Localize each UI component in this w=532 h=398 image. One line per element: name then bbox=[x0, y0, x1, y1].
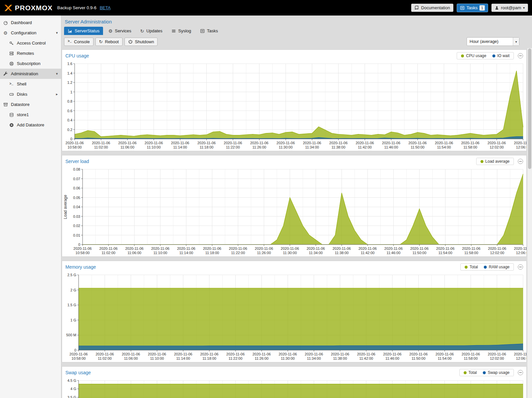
collapse-panel-icon[interactable] bbox=[518, 264, 523, 270]
beta-link[interactable]: BETA bbox=[100, 5, 111, 10]
svg-text:11:18:00: 11:18:00 bbox=[199, 145, 213, 149]
sidebar-item-subscription[interactable]: Subscription bbox=[0, 58, 61, 69]
chart-legend: TotalRAM usage bbox=[460, 263, 514, 271]
tab-tasks[interactable]: Tasks bbox=[196, 27, 222, 35]
sidebar-item-label: Add Datastore bbox=[17, 122, 58, 127]
svg-text:10:58:00: 10:58:00 bbox=[72, 356, 86, 360]
button-label: Reboot bbox=[105, 39, 119, 44]
legend-item-cpu-usage[interactable]: CPU usage bbox=[461, 53, 486, 58]
svg-text:11:42:00: 11:42:00 bbox=[361, 251, 374, 255]
svg-text:11:18:00: 11:18:00 bbox=[205, 251, 219, 255]
svg-text:11:26:00: 11:26:00 bbox=[255, 356, 268, 360]
svg-text:11:18:00: 11:18:00 bbox=[202, 356, 216, 360]
legend-item-swap-usage[interactable]: Swap usage bbox=[483, 370, 510, 375]
collapse-panel-icon[interactable] bbox=[518, 370, 523, 375]
sidebar-item-administration[interactable]: Administration▾ bbox=[0, 69, 61, 79]
svg-text:11:26:00: 11:26:00 bbox=[252, 145, 266, 149]
tab-syslog[interactable]: Syslog bbox=[168, 27, 195, 35]
shutdown-button[interactable]: Shutdown bbox=[124, 38, 158, 46]
sidebar-item-label: store1 bbox=[17, 112, 58, 117]
svg-text:2020-11-06: 2020-11-06 bbox=[250, 141, 268, 145]
sidebar-item-shell[interactable]: >_Shell bbox=[0, 79, 61, 89]
svg-text:2020-11-06: 2020-11-06 bbox=[171, 141, 189, 145]
panel-title: Memory usage bbox=[65, 264, 96, 270]
panel-memory-usage: Memory usageTotalRAM usage0500 M1 G1.5 G… bbox=[62, 261, 527, 362]
toolbar-buttons: >_Console↻RebootShutdown bbox=[64, 38, 158, 46]
button-label: Console bbox=[74, 39, 90, 44]
task-list-icon bbox=[460, 6, 465, 10]
timeframe-select[interactable]: Hour (average) ▾ bbox=[467, 37, 519, 46]
vertical-scrollbar[interactable] bbox=[527, 48, 532, 398]
user-label: root@pam bbox=[501, 5, 521, 10]
hdd-icon bbox=[9, 92, 14, 97]
panel-server-load: Server loadLoad average00.010.020.030.04… bbox=[62, 155, 527, 257]
collapse-panel-icon[interactable] bbox=[518, 159, 523, 164]
svg-text:2020-11-06: 2020-11-06 bbox=[224, 141, 242, 145]
page-title: Server Administration bbox=[65, 19, 532, 24]
legend-item-total[interactable]: Total bbox=[465, 265, 478, 269]
svg-text:1 G: 1 G bbox=[70, 318, 76, 322]
svg-text:11:26:00: 11:26:00 bbox=[257, 251, 271, 255]
svg-text:11:06:00: 11:06:00 bbox=[124, 356, 138, 360]
sidebar-item-dashboard[interactable]: Dashboard bbox=[0, 17, 61, 28]
user-menu-button[interactable]: root@pam ▾ bbox=[491, 4, 528, 12]
gears-icon: ⚙ bbox=[3, 31, 8, 35]
svg-text:2020-11-06: 2020-11-06 bbox=[305, 352, 323, 356]
tab-label: Updates bbox=[146, 28, 162, 33]
sidebar-item-configuration[interactable]: ⚙Configuration▾ bbox=[0, 28, 61, 38]
sidebar-item-label: Dashboard bbox=[11, 20, 58, 25]
book-icon bbox=[414, 5, 419, 10]
wrench-icon bbox=[3, 72, 8, 76]
tab-bar: ServerStatus⚙Services↻UpdatesSyslogTasks bbox=[61, 25, 532, 35]
tab-services[interactable]: ⚙Services bbox=[105, 27, 135, 35]
svg-text:11:30:00: 11:30:00 bbox=[279, 145, 293, 149]
sidebar-item-add-datastore[interactable]: Add Datastore bbox=[0, 120, 61, 130]
legend-item-io-wait[interactable]: IO wait bbox=[492, 53, 510, 58]
documentation-button[interactable]: Documentation bbox=[411, 4, 453, 12]
legend-label: Total bbox=[469, 370, 477, 375]
tab-label: Services bbox=[115, 28, 131, 33]
sidebar-item-remotes[interactable]: Remotes bbox=[0, 48, 61, 58]
legend-item-total[interactable]: Total bbox=[464, 370, 477, 375]
svg-text:11:14:00: 11:14:00 bbox=[176, 356, 190, 360]
panel-header: Memory usageTotalRAM usage bbox=[62, 261, 526, 273]
svg-text:2020-11-06: 2020-11-06 bbox=[514, 247, 526, 250]
svg-text:2020-11-06: 2020-11-06 bbox=[92, 141, 110, 145]
svg-text:2020-11-06: 2020-11-06 bbox=[122, 352, 140, 356]
tasks-button[interactable]: Tasks 1 bbox=[457, 4, 488, 12]
combo-trigger[interactable]: ▾ bbox=[513, 38, 519, 46]
chevron-down-icon: ▾ bbox=[515, 40, 517, 44]
svg-text:2020-11-06: 2020-11-06 bbox=[461, 141, 479, 145]
gears-icon: ⚙ bbox=[108, 29, 113, 33]
svg-text:3.5 G: 3.5 G bbox=[67, 395, 76, 398]
svg-text:11:22:00: 11:22:00 bbox=[226, 145, 240, 149]
tasks-label: Tasks bbox=[467, 5, 478, 10]
sidebar-item-disks[interactable]: Disks▸ bbox=[0, 89, 61, 99]
sidebar-item-label: Disks bbox=[17, 92, 53, 97]
panel-title: Swap usage bbox=[65, 370, 91, 375]
tab-serverstatus[interactable]: ServerStatus bbox=[64, 27, 103, 35]
collapse-panel-icon[interactable] bbox=[518, 53, 523, 58]
svg-text:0: 0 bbox=[78, 243, 80, 247]
scrollbar-thumb[interactable] bbox=[528, 49, 531, 169]
svg-text:2020-11-06: 2020-11-06 bbox=[255, 247, 273, 250]
console-button[interactable]: >_Console bbox=[64, 38, 93, 46]
svg-text:0.07: 0.07 bbox=[73, 177, 80, 181]
reboot-button[interactable]: ↻Reboot bbox=[95, 38, 123, 46]
svg-text:12:02:00: 12:02:00 bbox=[490, 251, 504, 255]
svg-text:2020-11-06: 2020-11-06 bbox=[462, 247, 480, 250]
svg-text:2020-11-06: 2020-11-06 bbox=[151, 247, 169, 250]
logo-wordmark: PROXMOX bbox=[15, 4, 53, 12]
tab-updates[interactable]: ↻Updates bbox=[137, 27, 166, 35]
sidebar-item-access-control[interactable]: Access Control bbox=[0, 38, 61, 48]
legend-item-ram-usage[interactable]: RAM usage bbox=[484, 265, 510, 269]
legend-item-load-average[interactable]: Load average bbox=[480, 159, 510, 164]
charts-area: CPU usageCPU usageIO wait00.20.40.60.811… bbox=[62, 50, 527, 398]
svg-text:2020-11-06: 2020-11-06 bbox=[356, 141, 374, 145]
svg-text:0.08: 0.08 bbox=[73, 167, 80, 171]
sidebar-item-store1[interactable]: store1 bbox=[0, 110, 61, 120]
svg-text:2020-11-06: 2020-11-06 bbox=[69, 352, 88, 356]
sidebar-nav: Dashboard⚙Configuration▾Access ControlRe… bbox=[0, 16, 61, 398]
sidebar-item-datastore[interactable]: Datastore bbox=[0, 99, 61, 110]
legend-label: Swap usage bbox=[488, 370, 510, 375]
